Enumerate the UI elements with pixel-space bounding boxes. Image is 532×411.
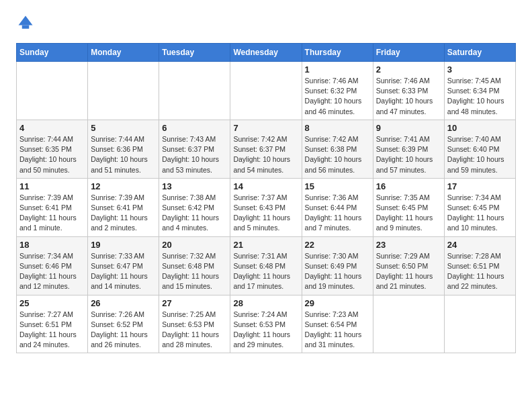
- calendar-table: SundayMondayTuesdayWednesdayThursdayFrid…: [16, 43, 516, 353]
- day-info: Sunrise: 7:34 AMSunset: 6:45 PMDaylight:…: [447, 193, 513, 234]
- calendar-cell: 10Sunrise: 7:40 AMSunset: 6:40 PMDayligh…: [444, 120, 515, 178]
- day-info: Sunrise: 7:26 AMSunset: 6:52 PMDaylight:…: [91, 310, 156, 351]
- day-number: 9: [376, 123, 441, 133]
- day-number: 6: [162, 123, 227, 133]
- day-number: 8: [305, 123, 370, 133]
- weekday-header-sunday: Sunday: [17, 44, 88, 62]
- calendar-cell: 5Sunrise: 7:44 AMSunset: 6:36 PMDaylight…: [88, 120, 159, 178]
- day-info: Sunrise: 7:32 AMSunset: 6:48 PMDaylight:…: [162, 251, 227, 292]
- day-info: Sunrise: 7:31 AMSunset: 6:48 PMDaylight:…: [233, 251, 298, 292]
- calendar-cell: 16Sunrise: 7:35 AMSunset: 6:45 PMDayligh…: [373, 178, 444, 236]
- day-number: 24: [447, 240, 513, 250]
- calendar-cell: 15Sunrise: 7:36 AMSunset: 6:44 PMDayligh…: [302, 178, 373, 236]
- calendar-cell: 1Sunrise: 7:46 AMSunset: 6:32 PMDaylight…: [302, 62, 373, 120]
- weekday-header-row: SundayMondayTuesdayWednesdayThursdayFrid…: [17, 44, 516, 62]
- weekday-header-monday: Monday: [88, 44, 159, 62]
- day-info: Sunrise: 7:39 AMSunset: 6:41 PMDaylight:…: [19, 193, 85, 234]
- day-number: 17: [447, 181, 513, 191]
- calendar-cell: 17Sunrise: 7:34 AMSunset: 6:45 PMDayligh…: [444, 178, 515, 236]
- calendar-cell: 3Sunrise: 7:45 AMSunset: 6:34 PMDaylight…: [444, 62, 515, 120]
- day-number: 4: [19, 123, 85, 133]
- day-number: 3: [447, 64, 513, 75]
- weekday-header-tuesday: Tuesday: [159, 44, 230, 62]
- calendar-cell: 19Sunrise: 7:33 AMSunset: 6:47 PMDayligh…: [88, 236, 159, 295]
- day-number: 12: [91, 181, 156, 191]
- calendar-cell: 18Sunrise: 7:34 AMSunset: 6:46 PMDayligh…: [17, 236, 88, 295]
- calendar-cell: 7Sunrise: 7:42 AMSunset: 6:37 PMDaylight…: [230, 120, 302, 178]
- day-info: Sunrise: 7:35 AMSunset: 6:45 PMDaylight:…: [376, 193, 441, 234]
- day-info: Sunrise: 7:37 AMSunset: 6:43 PMDaylight:…: [233, 193, 298, 234]
- calendar-cell: 6Sunrise: 7:43 AMSunset: 6:37 PMDaylight…: [159, 120, 230, 178]
- day-number: 10: [447, 123, 513, 133]
- calendar-cell: 23Sunrise: 7:29 AMSunset: 6:50 PMDayligh…: [373, 236, 444, 295]
- day-number: 23: [376, 240, 441, 250]
- week-row-2: 4Sunrise: 7:44 AMSunset: 6:35 PMDaylight…: [17, 120, 516, 178]
- day-info: Sunrise: 7:29 AMSunset: 6:50 PMDaylight:…: [376, 251, 441, 292]
- day-number: 28: [233, 298, 298, 308]
- day-number: 29: [305, 298, 370, 308]
- day-info: Sunrise: 7:33 AMSunset: 6:47 PMDaylight:…: [91, 251, 156, 292]
- weekday-header-thursday: Thursday: [302, 44, 373, 62]
- day-info: Sunrise: 7:25 AMSunset: 6:53 PMDaylight:…: [162, 310, 227, 351]
- weekday-header-friday: Friday: [373, 44, 444, 62]
- calendar-cell: [17, 62, 88, 120]
- svg-rect-1: [22, 26, 30, 29]
- day-info: Sunrise: 7:27 AMSunset: 6:51 PMDaylight:…: [19, 310, 85, 351]
- day-number: 27: [162, 298, 227, 308]
- day-number: 16: [376, 181, 441, 191]
- logo: [16, 13, 35, 34]
- calendar-cell: 25Sunrise: 7:27 AMSunset: 6:51 PMDayligh…: [17, 295, 88, 353]
- day-info: Sunrise: 7:34 AMSunset: 6:46 PMDaylight:…: [19, 251, 85, 292]
- calendar-cell: 29Sunrise: 7:23 AMSunset: 6:54 PMDayligh…: [302, 295, 373, 353]
- day-info: Sunrise: 7:30 AMSunset: 6:49 PMDaylight:…: [305, 251, 370, 292]
- calendar-cell: 11Sunrise: 7:39 AMSunset: 6:41 PMDayligh…: [17, 178, 88, 236]
- calendar-cell: 20Sunrise: 7:32 AMSunset: 6:48 PMDayligh…: [159, 236, 230, 295]
- week-row-1: 1Sunrise: 7:46 AMSunset: 6:32 PMDaylight…: [17, 62, 516, 120]
- day-number: 21: [233, 240, 298, 250]
- day-info: Sunrise: 7:46 AMSunset: 6:32 PMDaylight:…: [305, 76, 370, 117]
- calendar-cell: [230, 62, 302, 120]
- calendar-cell: 14Sunrise: 7:37 AMSunset: 6:43 PMDayligh…: [230, 178, 302, 236]
- day-number: 13: [162, 181, 227, 191]
- day-info: Sunrise: 7:28 AMSunset: 6:51 PMDaylight:…: [447, 251, 513, 292]
- week-row-4: 18Sunrise: 7:34 AMSunset: 6:46 PMDayligh…: [17, 236, 516, 295]
- calendar-cell: 28Sunrise: 7:24 AMSunset: 6:53 PMDayligh…: [230, 295, 302, 353]
- header: [16, 13, 516, 34]
- day-number: 1: [305, 64, 370, 75]
- day-info: Sunrise: 7:23 AMSunset: 6:54 PMDaylight:…: [305, 310, 370, 351]
- day-info: Sunrise: 7:44 AMSunset: 6:35 PMDaylight:…: [19, 134, 85, 175]
- day-number: 11: [19, 181, 85, 191]
- calendar-cell: [159, 62, 230, 120]
- day-number: 5: [91, 123, 156, 133]
- day-info: Sunrise: 7:24 AMSunset: 6:53 PMDaylight:…: [233, 310, 298, 351]
- day-info: Sunrise: 7:46 AMSunset: 6:33 PMDaylight:…: [376, 76, 441, 117]
- day-number: 26: [91, 298, 156, 308]
- weekday-header-saturday: Saturday: [444, 44, 515, 62]
- day-number: 2: [376, 64, 441, 75]
- day-number: 20: [162, 240, 227, 250]
- calendar-cell: 21Sunrise: 7:31 AMSunset: 6:48 PMDayligh…: [230, 236, 302, 295]
- day-number: 7: [233, 123, 298, 133]
- day-info: Sunrise: 7:45 AMSunset: 6:34 PMDaylight:…: [447, 76, 513, 117]
- day-number: 19: [91, 240, 156, 250]
- calendar-cell: 27Sunrise: 7:25 AMSunset: 6:53 PMDayligh…: [159, 295, 230, 353]
- calendar-cell: 22Sunrise: 7:30 AMSunset: 6:49 PMDayligh…: [302, 236, 373, 295]
- week-row-3: 11Sunrise: 7:39 AMSunset: 6:41 PMDayligh…: [17, 178, 516, 236]
- calendar-cell: 12Sunrise: 7:39 AMSunset: 6:41 PMDayligh…: [88, 178, 159, 236]
- day-info: Sunrise: 7:42 AMSunset: 6:38 PMDaylight:…: [305, 134, 370, 175]
- logo-icon: [16, 13, 35, 32]
- day-number: 22: [305, 240, 370, 250]
- calendar-cell: 24Sunrise: 7:28 AMSunset: 6:51 PMDayligh…: [444, 236, 515, 295]
- day-number: 18: [19, 240, 85, 250]
- day-info: Sunrise: 7:38 AMSunset: 6:42 PMDaylight:…: [162, 193, 227, 234]
- day-info: Sunrise: 7:43 AMSunset: 6:37 PMDaylight:…: [162, 134, 227, 175]
- day-info: Sunrise: 7:40 AMSunset: 6:40 PMDaylight:…: [447, 134, 513, 175]
- day-info: Sunrise: 7:36 AMSunset: 6:44 PMDaylight:…: [305, 193, 370, 234]
- svg-marker-0: [19, 16, 33, 26]
- calendar-cell: 8Sunrise: 7:42 AMSunset: 6:38 PMDaylight…: [302, 120, 373, 178]
- day-number: 25: [19, 298, 85, 308]
- week-row-5: 25Sunrise: 7:27 AMSunset: 6:51 PMDayligh…: [17, 295, 516, 353]
- day-info: Sunrise: 7:39 AMSunset: 6:41 PMDaylight:…: [91, 193, 156, 234]
- day-number: 15: [305, 181, 370, 191]
- day-info: Sunrise: 7:42 AMSunset: 6:37 PMDaylight:…: [233, 134, 298, 175]
